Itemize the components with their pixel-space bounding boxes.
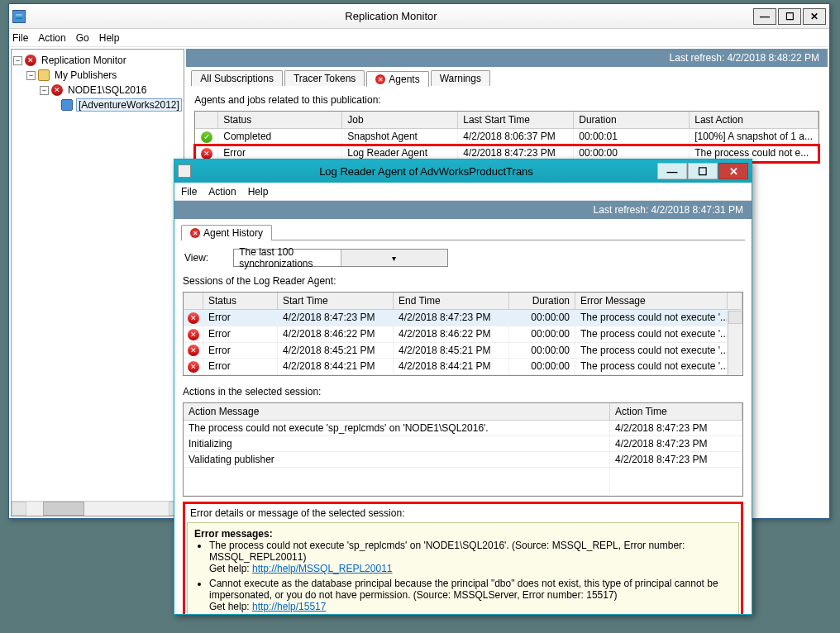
menu-file[interactable]: File: [12, 32, 28, 44]
tab-tracer-tokens[interactable]: Tracer Tokens: [284, 70, 365, 86]
tree-publication[interactable]: [AdventureWorks2012]: [13, 98, 182, 112]
collapse-icon[interactable]: −: [40, 86, 49, 95]
main-menubar: File Action Go Help: [9, 29, 829, 47]
col-error-message[interactable]: Error Message: [575, 293, 728, 309]
child-menu-action[interactable]: Action: [208, 186, 236, 198]
session-row[interactable]: Error 4/2/2018 8:47:23 PM 4/2/2018 8:47:…: [184, 310, 742, 326]
sessions-grid: Status Start Time End Time Duration Erro…: [183, 292, 743, 376]
publishers-tree[interactable]: − Replication Monitor − My Publishers − …: [11, 49, 184, 516]
server-error-icon: [51, 84, 63, 96]
session-row[interactable]: Error 4/2/2018 8:45:21 PM 4/2/2018 8:45:…: [184, 343, 742, 359]
child-menu-file[interactable]: File: [181, 186, 197, 198]
minimize-button[interactable]: [753, 8, 776, 25]
main-title: Replication Monitor: [31, 10, 752, 22]
tab-agents[interactable]: Agents: [366, 71, 428, 87]
last-refresh-bar: Last refresh: 4/2/2018 8:48:22 PM: [186, 49, 828, 67]
agents-label: Agents and jobs related to this publicat…: [186, 86, 828, 109]
col-action-message[interactable]: Action Message: [184, 403, 610, 420]
agents-grid: Status Job Last Start Time Duration Last…: [194, 111, 819, 163]
main-titlebar[interactable]: Replication Monitor: [9, 4, 829, 29]
error-icon: [188, 361, 199, 373]
error-messages-panel: Error messages: The process could not ex…: [187, 522, 739, 614]
tab-all-subscriptions[interactable]: All Subscriptions: [191, 70, 283, 86]
error-icon: [201, 148, 212, 159]
scroll-left-button[interactable]: [12, 502, 26, 516]
col-duration[interactable]: Duration: [574, 112, 690, 128]
error-icon: [188, 312, 199, 324]
sessions-label: Sessions of the Log Reader Agent:: [174, 275, 752, 290]
ok-icon: [201, 131, 212, 143]
action-row[interactable]: The process could not execute 'sp_replcm…: [184, 421, 742, 436]
child-title: Log Reader Agent of AdvWorksProductTrans: [196, 165, 656, 178]
error-icon: [375, 74, 385, 84]
col-last-start[interactable]: Last Start Time: [458, 112, 574, 128]
sessions-scrollbar-vertical[interactable]: [728, 311, 742, 375]
tree-scrollbar-horizontal[interactable]: [12, 501, 184, 516]
scroll-up-button[interactable]: [728, 311, 742, 324]
log-reader-agent-window: Log Reader Agent of AdvWorksProductTrans…: [174, 159, 752, 615]
col-action-time[interactable]: Action Time: [610, 403, 742, 420]
tab-agent-history[interactable]: Agent History: [181, 225, 272, 240]
col-last-action[interactable]: Last Action: [690, 112, 819, 128]
col-end-time[interactable]: End Time: [394, 293, 509, 309]
menu-action[interactable]: Action: [38, 32, 65, 44]
child-menu-help[interactable]: Help: [248, 186, 269, 198]
close-button[interactable]: [803, 8, 826, 25]
error-details-box: Error details or message of the selected…: [183, 502, 743, 614]
action-row[interactable]: Initializing 4/2/2018 8:47:23 PM: [184, 436, 742, 452]
menu-help[interactable]: Help: [99, 32, 120, 44]
tree-node[interactable]: − NODE1\SQL2016: [13, 83, 182, 98]
agents-row-snapshot[interactable]: Completed Snapshot Agent 4/2/2018 8:06:3…: [195, 129, 819, 145]
monitor-icon: [25, 55, 36, 66]
action-row[interactable]: Validating publisher 4/2/2018 8:47:23 PM: [184, 452, 742, 468]
help-link[interactable]: http://help/MSSQL_REPL20011: [252, 563, 392, 574]
view-label: View:: [184, 252, 208, 264]
col-job[interactable]: Job: [342, 112, 458, 128]
error-icon: [190, 228, 200, 238]
maximize-button[interactable]: [778, 8, 801, 25]
error-details-label: Error details or message of the selected…: [187, 506, 739, 522]
view-combobox[interactable]: The last 100 synchronizations ▾: [233, 249, 448, 267]
collapse-icon[interactable]: −: [13, 56, 22, 65]
child-close-button[interactable]: ✕: [718, 163, 748, 179]
col-status[interactable]: Status: [218, 112, 342, 128]
child-menubar: File Action Help: [174, 183, 752, 201]
actions-grid: Action Message Action Time The process c…: [183, 402, 743, 497]
col-status[interactable]: Status: [203, 293, 278, 309]
agents-grid-header: Status Job Last Start Time Duration Last…: [195, 112, 819, 129]
error-item: The process could not execute 'sp_replcm…: [209, 540, 732, 574]
tab-warnings[interactable]: Warnings: [431, 70, 490, 86]
detail-tabs: All Subscriptions Tracer Tokens Agents W…: [186, 67, 828, 86]
session-row[interactable]: Error 4/2/2018 8:46:22 PM 4/2/2018 8:46:…: [184, 326, 742, 343]
app-icon: [178, 164, 191, 178]
error-icon: [188, 329, 199, 340]
session-row[interactable]: Error 4/2/2018 8:44:21 PM 4/2/2018 8:44:…: [184, 359, 742, 375]
collapse-icon[interactable]: −: [26, 71, 36, 80]
chevron-down-icon[interactable]: ▾: [341, 250, 448, 266]
actions-label: Actions in the selected session:: [174, 378, 752, 401]
scroll-thumb[interactable]: [43, 502, 84, 516]
child-minimize-button[interactable]: —: [657, 163, 687, 179]
error-heading: Error messages:: [194, 528, 273, 540]
tree-my-publishers[interactable]: − My Publishers: [13, 68, 182, 83]
child-last-refresh: Last refresh: 4/2/2018 8:47:31 PM: [174, 201, 752, 219]
help-link[interactable]: http://help/15517: [252, 601, 326, 612]
action-row-empty: [184, 468, 742, 496]
menu-go[interactable]: Go: [76, 32, 89, 44]
app-icon: [12, 10, 26, 23]
publication-icon: [61, 99, 73, 111]
folder-icon: [38, 69, 50, 81]
child-maximize-button[interactable]: ☐: [688, 163, 718, 179]
tree-root[interactable]: − Replication Monitor: [13, 53, 182, 68]
error-icon: [188, 345, 199, 356]
col-start-time[interactable]: Start Time: [278, 293, 394, 309]
child-titlebar[interactable]: Log Reader Agent of AdvWorksProductTrans…: [174, 159, 752, 183]
error-item: Cannot execute as the database principal…: [209, 578, 732, 612]
col-duration[interactable]: Duration: [509, 293, 575, 309]
